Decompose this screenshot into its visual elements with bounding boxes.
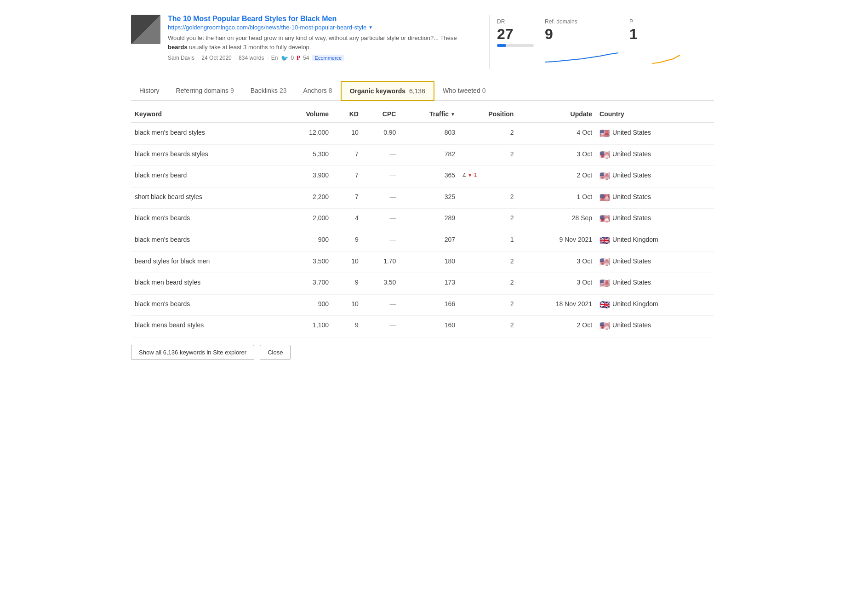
table-row[interactable]: black men's beards styles5,3007—78223 Oc… — [131, 144, 714, 166]
col-update[interactable]: Update — [517, 105, 596, 123]
cell-kd: 7 — [332, 166, 362, 188]
ref-domains-stat: Ref. domains 9 — [545, 15, 629, 69]
country-flag: 🇺🇸 — [599, 279, 610, 289]
country-name: United States — [612, 129, 651, 136]
table-row[interactable]: black men's beards9009—20719 Nov 2021🇬🇧U… — [131, 230, 714, 251]
table-row[interactable]: black men's beards2,0004—289228 Sep🇺🇸Uni… — [131, 209, 714, 230]
table-header-row: Keyword Volume KD CPC Traffic ▼ Position… — [131, 105, 714, 123]
cell-volume: 12,000 — [279, 123, 332, 144]
show-all-button[interactable]: Show all 6,136 keywords in Site explorer — [131, 345, 254, 360]
dr-value: 27 — [497, 27, 534, 41]
cell-volume: 3,900 — [279, 166, 332, 188]
cell-cpc: — — [362, 316, 400, 337]
tab-organic-keywords[interactable]: Organic keywords 6,136 — [341, 81, 434, 101]
cell-update: 18 Nov 2021 — [517, 294, 596, 316]
table-row[interactable]: black men's beard3,9007—3654 ▼12 Oct🇺🇸Un… — [131, 166, 714, 188]
country-name: United States — [612, 279, 651, 286]
cell-position: 2 — [459, 144, 517, 166]
country-flag: 🇺🇸 — [599, 129, 610, 139]
twitter-count: 0 — [291, 55, 294, 61]
cell-update: 3 Oct — [517, 251, 596, 273]
pages-chart — [629, 46, 703, 64]
tab-referring-domains[interactable]: Referring domains9 — [168, 81, 242, 101]
article-info: The 10 Most Popular Beard Styles for Bla… — [168, 15, 474, 62]
cell-position: 2 — [459, 123, 517, 144]
cell-kd: 9 — [332, 230, 362, 251]
cell-cpc: — — [362, 144, 400, 166]
tab-anchors[interactable]: Anchors8 — [295, 81, 340, 101]
tab-who-tweeted[interactable]: Who tweeted0 — [434, 81, 494, 101]
cell-traffic: 289 — [400, 209, 459, 230]
article-language: En — [271, 55, 278, 61]
cell-traffic: 173 — [400, 273, 459, 295]
table-row[interactable]: beard styles for black men3,500101.70180… — [131, 251, 714, 273]
twitter-icon: 🐦 — [281, 55, 288, 62]
cell-volume: 3,500 — [279, 251, 332, 273]
table-row[interactable]: short black beard styles2,2007—32521 Oct… — [131, 187, 714, 209]
url-dropdown-icon[interactable]: ▼ — [368, 25, 373, 30]
cell-kd: 7 — [332, 144, 362, 166]
position-drop-icon: ▼ — [468, 172, 473, 178]
cell-update: 9 Nov 2021 — [517, 230, 596, 251]
cell-position: 2 — [459, 273, 517, 295]
dr-stat: DR 27 — [497, 15, 545, 69]
col-kd[interactable]: KD — [332, 105, 362, 123]
pages-value: 1 — [629, 27, 703, 41]
country-flag: 🇬🇧 — [599, 300, 610, 310]
cell-kd: 4 — [332, 209, 362, 230]
article-stats: DR 27 Ref. domains 9 P 1 — [489, 15, 714, 69]
cell-volume: 5,300 — [279, 144, 332, 166]
cell-kd: 10 — [332, 251, 362, 273]
pinterest-count: 54 — [303, 55, 309, 61]
keywords-table: Keyword Volume KD CPC Traffic ▼ Position… — [131, 105, 714, 337]
cell-country: 🇺🇸United States — [596, 187, 714, 209]
table-row[interactable]: black mens beard styles1,1009—16022 Oct🇺… — [131, 316, 714, 337]
country-name: United States — [612, 150, 651, 158]
cell-position: 2 — [459, 294, 517, 316]
country-name: United States — [612, 257, 651, 265]
col-position[interactable]: Position — [459, 105, 517, 123]
cell-update: 1 Oct — [517, 187, 596, 209]
article-title[interactable]: The 10 Most Popular Beard Styles for Bla… — [168, 15, 474, 23]
cell-update: 3 Oct — [517, 273, 596, 295]
cell-country: 🇺🇸United States — [596, 166, 714, 188]
cell-country: 🇺🇸United States — [596, 144, 714, 166]
col-keyword[interactable]: Keyword — [131, 105, 279, 123]
article-url[interactable]: https://goldengroomingco.com/blogs/news/… — [168, 24, 474, 31]
country-flag: 🇺🇸 — [599, 171, 610, 182]
dr-label: DR — [497, 18, 534, 25]
table-row[interactable]: black men beard styles3,70093.5017323 Oc… — [131, 273, 714, 295]
article-word-count: 834 words — [239, 55, 264, 61]
cell-kd: 10 — [332, 123, 362, 144]
pages-label: P — [629, 18, 703, 25]
cell-traffic: 325 — [400, 187, 459, 209]
cell-keyword: black men's beards styles — [131, 144, 279, 166]
cell-cpc: 1.70 — [362, 251, 400, 273]
tab-backlinks[interactable]: Backlinks23 — [242, 81, 295, 101]
col-traffic[interactable]: Traffic ▼ — [400, 105, 459, 123]
cell-keyword: short black beard styles — [131, 187, 279, 209]
country-name: United Kingdom — [612, 300, 658, 308]
cell-country: 🇺🇸United States — [596, 251, 714, 273]
table-row[interactable]: black men's beards90010—166218 Nov 2021🇬… — [131, 294, 714, 316]
col-cpc[interactable]: CPC — [362, 105, 400, 123]
col-country[interactable]: Country — [596, 105, 714, 123]
tabs-bar: History Referring domains9 Backlinks23 A… — [131, 81, 714, 101]
cell-keyword: black men's beard — [131, 166, 279, 188]
close-button[interactable]: Close — [260, 345, 291, 360]
cell-position: 2 — [459, 251, 517, 273]
cell-volume: 2,200 — [279, 187, 332, 209]
table-row[interactable]: black men's beard styles12,000100.908032… — [131, 123, 714, 144]
tab-history[interactable]: History — [131, 81, 168, 101]
cell-kd: 9 — [332, 273, 362, 295]
cell-cpc: 3.50 — [362, 273, 400, 295]
cell-volume: 900 — [279, 230, 332, 251]
cell-kd: 10 — [332, 294, 362, 316]
ecommerce-badge: Ecommerce — [312, 55, 345, 61]
col-volume[interactable]: Volume — [279, 105, 332, 123]
dr-bar — [497, 44, 534, 47]
cell-update: 3 Oct — [517, 144, 596, 166]
country-flag: 🇺🇸 — [599, 321, 610, 331]
cell-keyword: black men's beards — [131, 294, 279, 316]
dr-bar-fill — [497, 44, 506, 47]
